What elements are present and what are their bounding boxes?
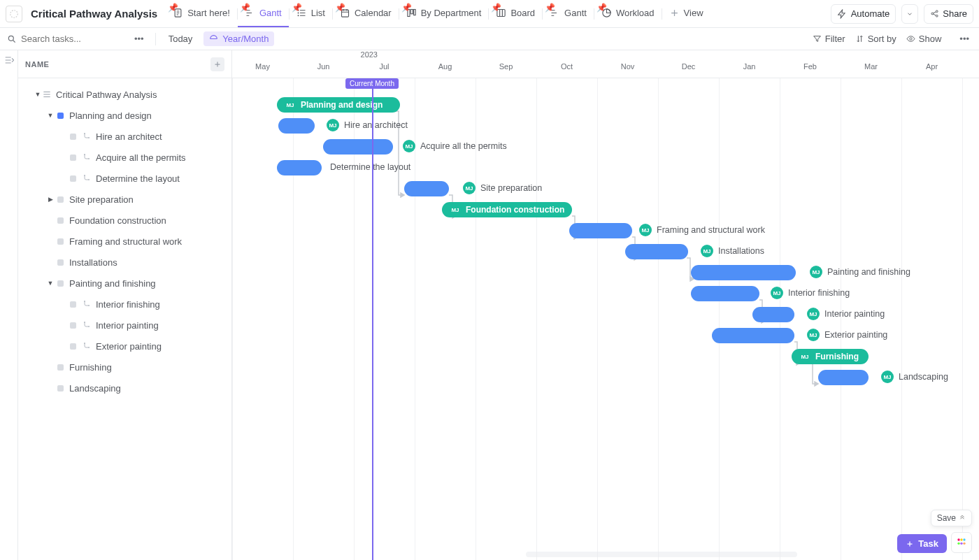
automate-button[interactable]: Automate — [831, 4, 896, 24]
tree-row-furnish[interactable]: Furnishing — [24, 357, 226, 378]
horizontal-scrollbar[interactable] — [526, 552, 797, 557]
assignee-avatar[interactable]: MJ — [810, 266, 822, 278]
gantt-row-label[interactable]: MJPainting and finishing — [810, 261, 910, 282]
search-input[interactable] — [21, 34, 126, 44]
status-box[interactable] — [57, 259, 64, 266]
view-tab-bydept[interactable]: 📌By Department — [399, 1, 489, 27]
status-box[interactable] — [57, 385, 64, 392]
status-box[interactable] — [70, 301, 76, 308]
gantt-bar[interactable] — [278, 118, 315, 134]
view-tab-workload[interactable]: 📌Workload — [594, 1, 662, 27]
filter-button[interactable]: Filter — [813, 34, 845, 44]
view-tab-gantt2[interactable]: 📌Gantt — [543, 1, 594, 27]
status-box[interactable] — [57, 196, 64, 203]
new-task-button[interactable]: Task — [897, 534, 947, 553]
gantt-row-label[interactable]: MJInterior painting — [807, 303, 885, 324]
status-box[interactable] — [57, 280, 64, 287]
gantt-bar[interactable] — [752, 307, 794, 322]
show-button[interactable]: Show — [906, 34, 942, 44]
tree-row-siteprep[interactable]: ▶Site preparation — [24, 189, 226, 210]
toolbar-more-icon[interactable]: ••• — [957, 32, 972, 45]
gantt-bar[interactable]: MJFoundation construction — [442, 202, 572, 217]
gantt-bar[interactable]: MJFurnishing — [792, 349, 869, 364]
share-button[interactable]: Share — [924, 4, 973, 24]
gantt-pane[interactable]: 2023 MayJunJulAugSepOctNovDecJanFebMarAp… — [232, 50, 979, 560]
gantt-row-label[interactable]: MJLandscaping — [881, 366, 948, 387]
gantt-row-label[interactable]: Determine the layout — [330, 157, 410, 178]
add-column-button[interactable] — [210, 57, 224, 71]
gantt-bar[interactable] — [712, 328, 794, 343]
assignee-avatar[interactable]: MJ — [771, 287, 783, 299]
status-box[interactable] — [57, 364, 64, 371]
assignee-avatar[interactable]: MJ — [881, 371, 894, 383]
tree-row-permits[interactable]: Acquire all the permits — [24, 147, 226, 168]
gantt-row-label[interactable]: MJInterior finishing — [771, 282, 850, 303]
status-box[interactable] — [57, 113, 64, 119]
caret-right-icon[interactable]: ▶ — [46, 196, 55, 203]
assignee-avatar[interactable]: MJ — [449, 203, 462, 216]
assignee-avatar[interactable]: MJ — [807, 308, 820, 320]
gantt-bar[interactable] — [569, 223, 632, 238]
tree-row-hire[interactable]: Hire an architect — [24, 126, 226, 147]
add-view-button[interactable]: View — [662, 1, 710, 27]
tree-row-foundation[interactable]: Foundation construction — [24, 210, 226, 231]
gantt-bar[interactable] — [818, 370, 869, 385]
app-logo-icon[interactable] — [6, 6, 22, 22]
status-box[interactable] — [70, 343, 76, 350]
status-box[interactable] — [57, 238, 64, 245]
gantt-row-label[interactable]: MJInstallations — [701, 240, 764, 261]
tree-row-framing[interactable]: Framing and structural work — [24, 231, 226, 252]
gantt-bar[interactable] — [323, 139, 393, 155]
assignee-avatar[interactable]: MJ — [284, 99, 296, 111]
caret-down-icon[interactable]: ▼ — [46, 112, 55, 119]
assignee-avatar[interactable]: MJ — [639, 224, 652, 236]
gantt-row-label[interactable]: MJSite preparation — [463, 178, 542, 199]
assignee-avatar[interactable]: MJ — [463, 182, 476, 194]
status-box[interactable] — [70, 134, 76, 140]
collapse-sidebar-handle[interactable] — [0, 50, 18, 560]
tree-row-intpaint[interactable]: Interior painting — [24, 315, 226, 336]
gantt-bar[interactable] — [625, 244, 688, 259]
gantt-bar[interactable]: MJPlanning and design — [277, 97, 400, 113]
gantt-row-label[interactable]: MJHire an architect — [327, 115, 408, 136]
tree-row-installations[interactable]: Installations — [24, 252, 226, 273]
status-box[interactable] — [70, 155, 76, 161]
gantt-bar[interactable] — [691, 286, 759, 301]
assignee-avatar[interactable]: MJ — [403, 140, 415, 152]
gantt-row-label[interactable]: MJAcquire all the permits — [403, 136, 507, 157]
caret-down-icon[interactable]: ▼ — [46, 280, 55, 287]
view-tab-calendar[interactable]: 📌Calendar — [333, 1, 399, 27]
automate-dropdown[interactable] — [901, 4, 918, 24]
sort-button[interactable]: Sort by — [855, 34, 896, 44]
status-box[interactable] — [70, 175, 76, 182]
today-button[interactable]: Today — [164, 32, 197, 45]
view-tab-start[interactable]: 📌Start here! — [166, 1, 237, 27]
caret-down-icon[interactable]: ▼ — [34, 91, 42, 98]
tree-row-root[interactable]: ▼Critical Pathway Analysis — [24, 84, 226, 105]
assignee-avatar[interactable]: MJ — [701, 245, 713, 257]
assignee-avatar[interactable]: MJ — [799, 350, 811, 363]
tree-row-landscape[interactable]: Landscaping — [24, 378, 226, 399]
view-tab-gantt1[interactable]: 📌Gantt — [238, 1, 289, 27]
tree-row-extpaint[interactable]: Exterior painting — [24, 336, 226, 357]
gantt-row-label[interactable]: MJFraming and structural work — [639, 220, 765, 240]
gantt-row-label[interactable]: MJExterior painting — [807, 324, 887, 345]
gantt-bar[interactable] — [691, 265, 796, 280]
status-box[interactable] — [70, 322, 76, 329]
assignee-avatar[interactable]: MJ — [807, 329, 820, 341]
apps-button[interactable] — [951, 532, 972, 553]
tree-row-layout[interactable]: Determine the layout — [24, 168, 226, 189]
assignee-avatar[interactable]: MJ — [327, 119, 339, 131]
tree-row-painting[interactable]: ▼Painting and finishing — [24, 273, 226, 294]
status-box[interactable] — [57, 217, 64, 224]
view-tab-board[interactable]: 📌Board — [489, 1, 542, 27]
zoom-level-chip[interactable]: Year/Month — [203, 31, 274, 46]
view-tab-list[interactable]: 📌List — [290, 1, 332, 27]
tree-row-planning[interactable]: ▼Planning and design — [24, 105, 226, 126]
gantt-bar[interactable] — [277, 160, 322, 175]
search-more-icon[interactable]: ••• — [131, 32, 147, 45]
tree-row-intfinish[interactable]: Interior finishing — [24, 294, 226, 315]
save-pill[interactable]: Save — [931, 510, 972, 526]
page-title[interactable]: Critical Pathway Analysis — [27, 8, 162, 20]
gantt-bar[interactable] — [404, 181, 449, 196]
